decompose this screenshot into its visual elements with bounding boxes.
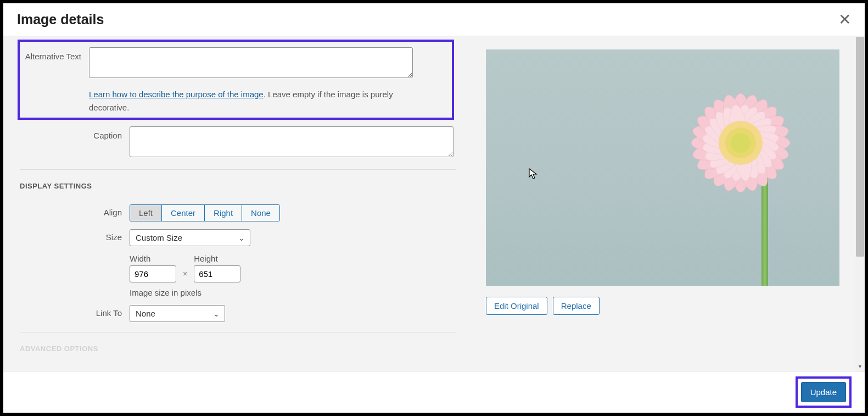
modal-header: Image details ✕ [3, 3, 865, 36]
divider [20, 332, 456, 332]
linkto-label: Link To [20, 305, 130, 322]
linkto-select[interactable]: None [130, 305, 225, 322]
image-details-modal: Image details ✕ Alternative Text Learn h… [3, 3, 865, 413]
modal-footer: Update [3, 371, 865, 413]
modal-title: Image details [17, 12, 104, 27]
preview-pane: Edit Original Replace [473, 36, 865, 371]
alt-text-input[interactable] [89, 47, 413, 78]
align-button-group: Left Center Right None [130, 204, 280, 221]
scroll-down-icon[interactable]: ▼ [855, 362, 865, 371]
width-input[interactable] [130, 265, 176, 282]
cursor-icon [529, 168, 539, 180]
align-center-button[interactable]: Center [162, 205, 205, 221]
close-button[interactable]: ✕ [838, 12, 851, 27]
dimensions-spacer [20, 254, 130, 297]
settings-pane: Alternative Text Learn how to describe t… [3, 36, 473, 371]
caption-input[interactable] [130, 126, 453, 157]
update-button[interactable]: Update [801, 382, 846, 402]
caption-label: Caption [20, 126, 130, 159]
replace-button[interactable]: Replace [553, 297, 600, 315]
size-label: Size [20, 229, 130, 246]
modal-body: Alternative Text Learn how to describe t… [3, 36, 865, 371]
alt-help-link[interactable]: Learn how to describe the purpose of the… [89, 90, 264, 99]
align-label: Align [20, 204, 130, 221]
scrollbar[interactable]: ▼ [855, 36, 865, 371]
flower-illustration [664, 66, 817, 220]
scrollbar-thumb[interactable] [856, 37, 864, 257]
height-input[interactable] [194, 265, 240, 282]
alt-text-label: Alternative Text [24, 47, 89, 114]
align-left-button[interactable]: Left [130, 205, 162, 221]
preview-actions: Edit Original Replace [486, 297, 852, 315]
alt-text-highlight: Alternative Text Learn how to describe t… [18, 40, 454, 120]
update-highlight: Update [796, 376, 852, 408]
width-label: Width [130, 254, 176, 263]
advanced-options-heading: ADVANCED OPTIONS [20, 345, 456, 353]
close-icon: ✕ [838, 11, 851, 28]
dimension-separator: × [177, 269, 193, 282]
align-right-button[interactable]: Right [205, 205, 242, 221]
alt-text-helper: Learn how to describe the purpose of the… [89, 88, 413, 114]
height-label: Height [194, 254, 240, 263]
divider [20, 169, 456, 170]
image-preview [486, 49, 839, 286]
align-none-button[interactable]: None [242, 205, 279, 221]
svg-point-26 [731, 133, 751, 153]
display-settings-heading: DISPLAY SETTINGS [20, 182, 456, 190]
edit-original-button[interactable]: Edit Original [486, 297, 547, 315]
pixels-note: Image size in pixels [130, 288, 456, 297]
size-select[interactable]: Custom Size [130, 229, 250, 246]
